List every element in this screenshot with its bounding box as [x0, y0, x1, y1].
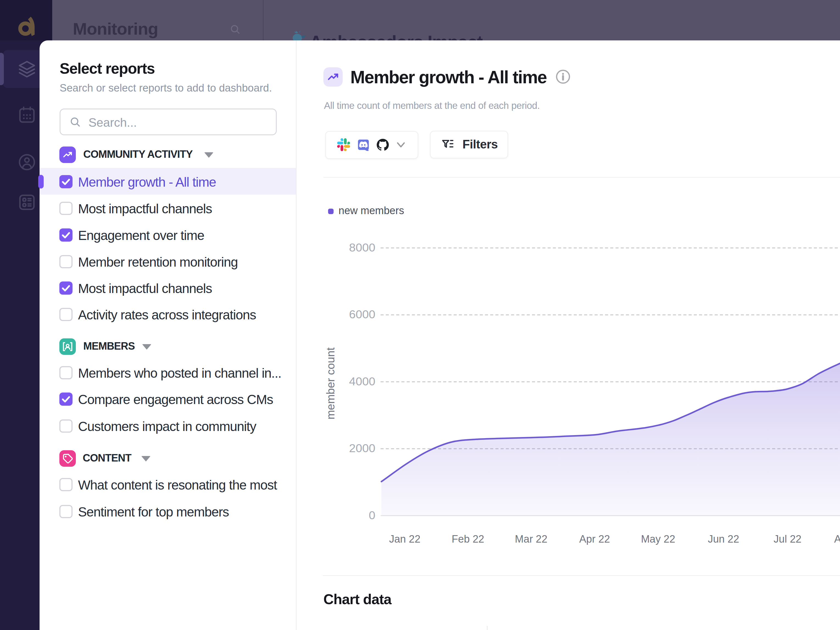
- svg-text:Apr 22: Apr 22: [579, 533, 610, 545]
- svg-text:8000: 8000: [349, 241, 375, 254]
- svg-text:Mar 22: Mar 22: [515, 533, 547, 545]
- svg-text:Jun 22: Jun 22: [708, 533, 739, 545]
- svg-text:6000: 6000: [349, 307, 375, 321]
- svg-text:4000: 4000: [349, 375, 375, 388]
- svg-text:2000: 2000: [349, 442, 375, 454]
- svg-text:0: 0: [369, 508, 375, 522]
- svg-text:May 22: May 22: [641, 533, 676, 545]
- svg-text:Aug 22: Aug 22: [834, 533, 840, 545]
- svg-text:Jan 22: Jan 22: [389, 533, 420, 545]
- svg-text:member count: member count: [324, 347, 337, 419]
- svg-text:Feb 22: Feb 22: [452, 533, 484, 545]
- svg-text:Jul 22: Jul 22: [774, 533, 801, 545]
